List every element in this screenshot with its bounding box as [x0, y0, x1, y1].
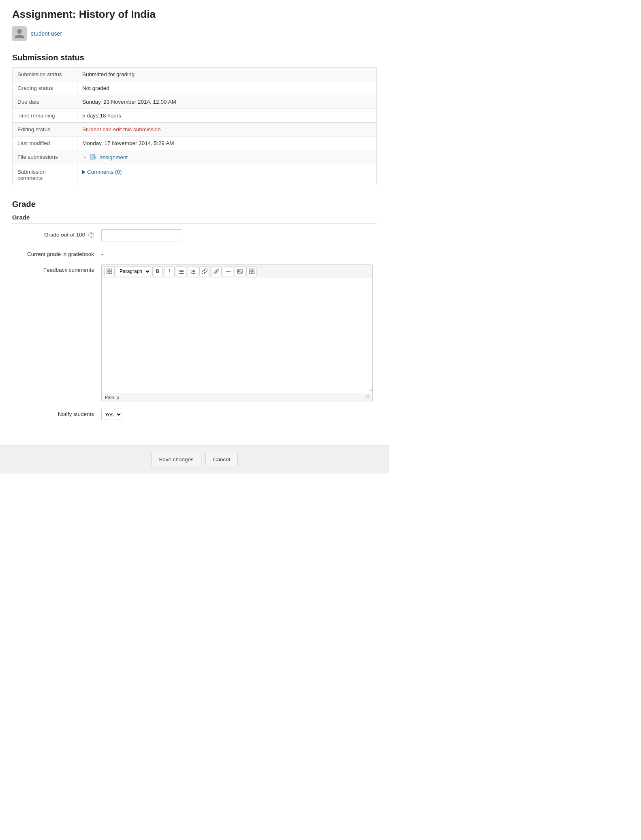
svg-rect-6 [110, 272, 112, 274]
svg-rect-16 [192, 271, 195, 272]
separator-btn[interactable]: — [223, 266, 233, 276]
svg-rect-23 [252, 269, 254, 271]
row-label: Grading status [13, 81, 77, 95]
resize-handle-icon: ⣿ [366, 394, 369, 400]
notify-select[interactable]: Yes No [101, 409, 122, 420]
feedback-textarea[interactable] [102, 278, 372, 392]
image-icon [237, 269, 243, 274]
svg-point-9 [179, 271, 179, 272]
svg-rect-22 [249, 269, 251, 271]
unordered-list-btn[interactable] [176, 266, 186, 276]
grade-form: Grade Grade out of 100 ? Current grade i… [12, 214, 377, 435]
unlink-icon [214, 269, 219, 274]
unlink-btn[interactable] [211, 266, 222, 276]
row-label: Submission comments [13, 165, 77, 185]
ordered-list-icon: 1. 2. 3. [190, 269, 196, 274]
avatar [12, 26, 27, 41]
svg-point-11 [179, 273, 179, 274]
feedback-comments-row: Feedback comments Paragraph Head [12, 264, 377, 401]
grade-input[interactable] [101, 229, 182, 241]
link-icon [202, 269, 207, 274]
row-label: File submissions [13, 150, 77, 165]
row-label: Due date [13, 95, 77, 109]
unordered-list-icon [178, 269, 184, 274]
cancel-button[interactable]: Cancel [205, 453, 238, 466]
svg-text:3.: 3. [190, 272, 192, 274]
editing-status-value: Student can edit this submission [77, 123, 377, 136]
user-info: student user [12, 26, 377, 41]
submission-status-title: Submission status [12, 53, 377, 62]
grade-help-icon[interactable]: ? [88, 232, 94, 238]
feedback-editor: Paragraph Heading 1 Heading 2 Heading 3 … [101, 264, 373, 401]
grade-section: Grade Grade Grade out of 100 ? Current g… [12, 200, 377, 435]
file-link[interactable]: assignment [100, 154, 128, 160]
table-row: Last modified Monday, 17 November 2014, … [13, 136, 377, 150]
grade-section-title: Grade [12, 200, 377, 209]
svg-rect-8 [180, 270, 184, 271]
current-grade-label: Current grade in gradebook [12, 249, 101, 257]
editor-footer: Path: p ⣿ [102, 393, 372, 401]
image-btn[interactable] [235, 266, 245, 276]
svg-rect-1 [94, 154, 95, 156]
form-actions: Save changes Cancel [0, 445, 389, 473]
user-avatar-icon [14, 28, 25, 39]
svg-line-19 [214, 269, 218, 273]
svg-rect-20 [237, 269, 242, 273]
paragraph-select[interactable]: Paragraph Heading 1 Heading 2 Heading 3 [116, 266, 151, 276]
svg-point-2 [93, 156, 96, 159]
grade-label: Grade out of 100 ? [12, 229, 101, 238]
media-btn[interactable] [246, 266, 257, 276]
grade-out-of-row: Grade out of 100 ? [12, 229, 377, 241]
svg-rect-18 [192, 273, 195, 274]
student-user-link[interactable]: student user [31, 30, 62, 37]
table-row: Grading status Not graded [13, 81, 377, 95]
feedback-label: Feedback comments [12, 264, 101, 273]
row-label: Submission status [13, 68, 77, 81]
grid-toolbar-btn[interactable] [104, 266, 115, 276]
bold-btn[interactable]: B [152, 266, 163, 276]
page-title: Assignment: History of India [12, 8, 377, 21]
link-btn[interactable] [199, 266, 210, 276]
submission-status-section: Submission status Submission status Subm… [12, 53, 377, 185]
file-indent-icon: └ [82, 154, 86, 160]
svg-rect-5 [107, 272, 109, 274]
notify-label: Notify students [12, 409, 101, 417]
row-value: 5 days 18 hours [77, 109, 377, 123]
editor-path: Path: p [105, 395, 119, 400]
current-grade-row: Current grade in gradebook - [12, 249, 377, 257]
row-value: Monday, 17 November 2014, 5:29 AM [77, 136, 377, 150]
table-row: Due date Sunday, 23 November 2014, 12:00… [13, 95, 377, 109]
row-value: Submitted for grading [77, 68, 377, 81]
notify-students-row: Notify students Yes No [12, 409, 377, 420]
grade-subsection-title: Grade [12, 214, 377, 224]
svg-rect-10 [180, 271, 184, 272]
file-icon [90, 154, 96, 161]
row-value: Sunday, 23 November 2014, 12:00 AM [77, 95, 377, 109]
table-row: Time remaining 5 days 18 hours [13, 109, 377, 123]
ordered-list-btn[interactable]: 1. 2. 3. [188, 266, 198, 276]
svg-rect-12 [180, 273, 184, 274]
row-label: Last modified [13, 136, 77, 150]
comments-link[interactable]: Comments (0) [82, 169, 122, 175]
table-row: Submission comments Comments (0) [13, 165, 377, 185]
table-row: Submission status Submitted for grading [13, 68, 377, 81]
table-row: Editing status Student can edit this sub… [13, 123, 377, 136]
table-row: File submissions └ assignment [13, 150, 377, 165]
file-submissions-value: └ assignment [77, 150, 377, 165]
svg-rect-4 [110, 269, 112, 271]
svg-rect-24 [249, 272, 251, 274]
triangle-right-icon [82, 170, 85, 174]
media-icon [249, 269, 254, 274]
submission-comments-value: Comments (0) [77, 165, 377, 185]
current-grade-value: - [101, 249, 103, 257]
editor-toolbar: Paragraph Heading 1 Heading 2 Heading 3 … [102, 265, 372, 278]
italic-btn[interactable]: I [164, 266, 175, 276]
save-changes-button[interactable]: Save changes [151, 453, 201, 466]
svg-rect-3 [107, 269, 109, 271]
submission-status-table: Submission status Submitted for grading … [12, 67, 377, 185]
row-value: Not graded [77, 81, 377, 95]
row-label: Time remaining [13, 109, 77, 123]
row-label: Editing status [13, 123, 77, 136]
svg-rect-25 [252, 272, 254, 274]
grid-icon [107, 269, 112, 274]
